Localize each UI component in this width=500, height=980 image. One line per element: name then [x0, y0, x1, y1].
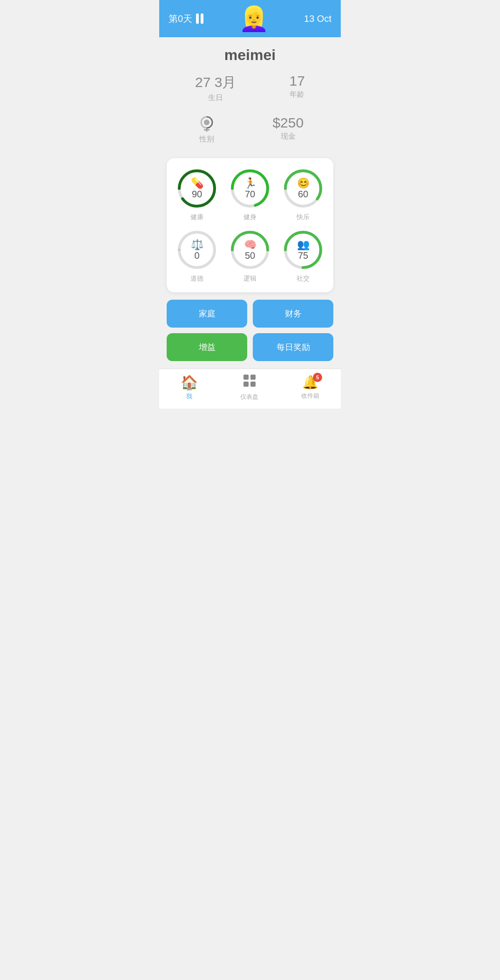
circle-inner-social: 👥 75 — [297, 240, 310, 260]
bottom-nav: 🏠 我 仪表盘 🔔 5 收件箱 — [159, 369, 341, 409]
logic-label: 逻辑 — [243, 275, 257, 283]
gender-item: 性别 — [196, 112, 217, 144]
day-counter: 第0天 — [169, 13, 203, 25]
stat-moral[interactable]: ⚖️ 0 道德 — [174, 229, 220, 283]
happy-label: 快乐 — [297, 213, 310, 222]
circle-inner-moral: ⚖️ 0 — [191, 240, 203, 260]
circle-inner-happy: 😊 60 — [297, 178, 310, 199]
circle-social: 👥 75 — [282, 229, 324, 271]
svg-rect-20 — [250, 382, 256, 387]
fitness-emoji: 🏃 — [244, 178, 257, 188]
happy-emoji: 😊 — [297, 178, 310, 188]
circle-logic: 🧠 50 — [229, 229, 271, 271]
circle-happy: 😊 60 — [282, 168, 324, 209]
cash-label: 现金 — [272, 132, 304, 141]
button-row-2: 增益 每日奖励 — [159, 333, 341, 367]
button-row-1: 家庭 财务 — [159, 300, 341, 333]
birthday-value: 27 3月 — [195, 73, 236, 92]
daily-reward-button[interactable]: 每日奖励 — [253, 333, 333, 361]
inbox-badge: 5 — [313, 373, 322, 382]
age-value: 17 — [290, 73, 305, 89]
stat-health[interactable]: 💊 90 健康 — [174, 168, 220, 222]
nav-label-inbox: 收件箱 — [301, 392, 319, 400]
profile-section: meimei 27 3月 生日 17 年龄 — [159, 37, 341, 154]
stat-fitness[interactable]: 🏃 70 健身 — [227, 168, 273, 222]
social-emoji: 👥 — [297, 240, 310, 250]
nav-label-dashboard: 仪表盘 — [240, 393, 258, 401]
nav-item-inbox[interactable]: 🔔 5 收件箱 — [301, 375, 319, 400]
fitness-value: 70 — [245, 189, 255, 199]
finance-button[interactable]: 财务 — [253, 300, 333, 328]
age-label: 年龄 — [290, 90, 305, 100]
cash-item: $250 现金 — [272, 115, 304, 141]
gender-icon — [196, 112, 217, 133]
health-value: 90 — [192, 189, 202, 199]
day-label: 第0天 — [169, 13, 192, 25]
circle-inner-fitness: 🏃 70 — [244, 178, 257, 199]
happy-value: 60 — [298, 189, 308, 199]
svg-rect-17 — [243, 375, 249, 380]
circle-health: 💊 90 — [176, 168, 218, 209]
circle-inner-health: 💊 90 — [191, 178, 203, 199]
family-button[interactable]: 家庭 — [167, 300, 247, 328]
dashboard-icon — [243, 374, 257, 391]
profile-row2: 性别 $250 现金 — [169, 112, 331, 144]
birthday-label: 生日 — [195, 93, 236, 103]
bell-icon: 🔔 5 — [302, 375, 318, 390]
nav-label-me: 我 — [186, 392, 192, 401]
nav-item-me[interactable]: 🏠 我 — [181, 374, 198, 401]
circle-fitness: 🏃 70 — [229, 168, 271, 209]
nav-item-dashboard[interactable]: 仪表盘 — [240, 374, 258, 401]
profile-name: meimei — [169, 47, 331, 64]
header-date: 13 Oct — [304, 13, 331, 24]
health-emoji: 💊 — [191, 178, 203, 188]
health-label: 健康 — [190, 213, 203, 222]
logic-value: 50 — [245, 251, 255, 260]
svg-point-3 — [204, 120, 209, 125]
cash-value: $250 — [272, 115, 304, 131]
fitness-label: 健身 — [243, 213, 257, 222]
home-icon: 🏠 — [181, 374, 198, 390]
stats-grid: 💊 90 健康 🏃 70 健身 — [174, 168, 326, 283]
svg-rect-19 — [243, 382, 249, 387]
moral-value: 0 — [194, 251, 199, 260]
social-label: 社交 — [297, 275, 310, 283]
circle-moral: ⚖️ 0 — [176, 229, 218, 271]
stat-logic[interactable]: 🧠 50 逻辑 — [227, 229, 273, 283]
age-stat: 17 年龄 — [290, 73, 305, 103]
avatar[interactable]: 👱‍♀️ — [239, 7, 269, 31]
profile-stats: 27 3月 生日 17 年龄 — [169, 73, 331, 103]
social-value: 75 — [298, 251, 308, 260]
gain-button[interactable]: 增益 — [167, 333, 247, 361]
gender-label: 性别 — [196, 134, 217, 144]
stat-social[interactable]: 👥 75 社交 — [280, 229, 326, 283]
circle-inner-logic: 🧠 50 — [244, 240, 257, 260]
svg-rect-18 — [250, 375, 256, 380]
stats-card: 💊 90 健康 🏃 70 健身 — [167, 158, 333, 292]
birthday-stat: 27 3月 生日 — [195, 73, 236, 103]
moral-label: 道德 — [190, 275, 203, 283]
moral-emoji: ⚖️ — [191, 240, 203, 250]
app-header: 第0天 👱‍♀️ 13 Oct — [159, 0, 341, 37]
logic-emoji: 🧠 — [244, 240, 257, 250]
stat-happy[interactable]: 😊 60 快乐 — [280, 168, 326, 222]
pause-icon[interactable] — [196, 13, 203, 24]
